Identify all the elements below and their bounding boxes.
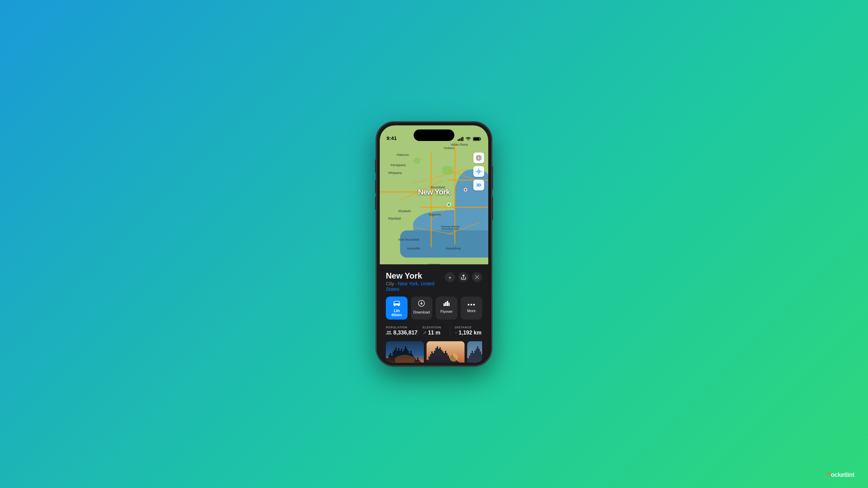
photo-2-content bbox=[427, 341, 465, 363]
elevation-value: 11 m bbox=[428, 330, 440, 336]
elevation-label: ELEVATION bbox=[422, 326, 450, 329]
scroll-indicator bbox=[428, 264, 440, 265]
svg-rect-1 bbox=[459, 139, 460, 141]
share-button[interactable] bbox=[458, 272, 469, 282]
population-label: POPULATION bbox=[386, 326, 417, 329]
status-time: 9:41 bbox=[387, 135, 397, 141]
add-button[interactable]: + bbox=[445, 272, 455, 282]
location-category: City bbox=[386, 281, 394, 286]
photo-strip bbox=[386, 341, 482, 363]
map-label-new-brunswick: New Brunswick bbox=[398, 238, 419, 241]
directions-button[interactable]: 13h 40min bbox=[386, 297, 408, 320]
more-label: More bbox=[467, 309, 476, 313]
distance-label: DISTANCE bbox=[455, 326, 482, 329]
photo-1-content bbox=[386, 341, 424, 363]
map-center-pin bbox=[464, 188, 467, 191]
photo-2[interactable] bbox=[427, 341, 465, 363]
map-label-gateway: Gateway NationalRecreation Area bbox=[441, 225, 459, 230]
dynamic-island bbox=[414, 129, 454, 141]
location-header: New York City · New York, United States … bbox=[386, 271, 482, 292]
map-label-keansburg: Keansburg bbox=[446, 247, 461, 250]
map-background: Yonkers Paterson Parsippany Whippany Eli… bbox=[380, 125, 488, 264]
location-separator: · bbox=[395, 281, 398, 286]
svg-rect-3 bbox=[462, 137, 463, 141]
svg-point-26 bbox=[473, 304, 475, 306]
photo-3-content bbox=[467, 341, 482, 363]
svg-rect-21 bbox=[445, 302, 447, 306]
svg-rect-18 bbox=[396, 302, 398, 303]
download-label: Download bbox=[413, 310, 430, 314]
map-label-parsippany: Parsippany bbox=[391, 163, 406, 167]
location-title-area: New York City · New York, United States bbox=[386, 271, 445, 292]
phone-mockup: 9:41 bbox=[376, 122, 492, 366]
elevation-stat: ELEVATION ↗ 11 m bbox=[417, 326, 450, 336]
map-area[interactable]: Yonkers Paterson Parsippany Whippany Eli… bbox=[380, 125, 488, 264]
battery-icon bbox=[473, 137, 481, 141]
location-header-actions: + bbox=[445, 272, 482, 282]
svg-rect-15 bbox=[393, 303, 400, 305]
wifi-icon bbox=[466, 137, 471, 141]
3d-button[interactable]: 3D bbox=[473, 180, 484, 190]
svg-point-27 bbox=[387, 331, 389, 333]
population-icon bbox=[386, 330, 392, 336]
watermark: Pocketlint bbox=[827, 471, 854, 479]
map-controls: 3D bbox=[473, 152, 484, 190]
svg-point-24 bbox=[468, 304, 470, 306]
population-value: 8,336,817 bbox=[393, 330, 417, 336]
stats-row: POPULATION 8,336,817 bbox=[386, 326, 482, 336]
map-label-plainfield: Plainfield bbox=[388, 217, 401, 220]
more-icon bbox=[468, 300, 475, 307]
more-button[interactable]: More bbox=[461, 297, 482, 320]
globe-button[interactable] bbox=[473, 152, 484, 163]
download-icon bbox=[418, 300, 425, 309]
population-stat: POPULATION 8,336,817 bbox=[386, 326, 417, 336]
svg-rect-20 bbox=[443, 303, 445, 306]
watermark-p: P bbox=[827, 471, 831, 478]
action-buttons-row: 13h 40min Download bbox=[386, 297, 482, 320]
car-icon bbox=[393, 300, 401, 307]
watermark-rest: ocketlint bbox=[831, 471, 854, 478]
map-city-label: New York bbox=[418, 188, 450, 197]
photo-3[interactable] bbox=[467, 341, 482, 363]
map-label-sayreville: Sayreville bbox=[407, 247, 420, 250]
svg-rect-23 bbox=[449, 303, 450, 306]
map-water-bay bbox=[400, 230, 488, 258]
map-label-yonkers: Yonkers bbox=[443, 146, 454, 150]
signal-icon bbox=[458, 137, 463, 141]
map-label-paterson: Paterson bbox=[397, 153, 409, 157]
phone-screen: 9:41 bbox=[380, 125, 488, 363]
photo-1[interactable] bbox=[386, 341, 424, 363]
svg-rect-5 bbox=[474, 138, 480, 140]
map-label-whippany: Whippany bbox=[388, 171, 402, 175]
svg-rect-0 bbox=[458, 139, 459, 141]
svg-rect-22 bbox=[447, 301, 448, 306]
download-button[interactable]: Download bbox=[411, 297, 433, 320]
flyover-button[interactable]: Flyover bbox=[436, 297, 457, 320]
svg-rect-2 bbox=[461, 138, 462, 141]
svg-point-28 bbox=[389, 331, 391, 333]
bottom-sheet: New York City · New York, United States … bbox=[380, 266, 488, 363]
map-park-2 bbox=[414, 158, 420, 164]
svg-point-12 bbox=[478, 171, 479, 172]
svg-point-25 bbox=[471, 304, 472, 306]
svg-point-36 bbox=[450, 353, 458, 362]
distance-value: 1,192 km bbox=[459, 330, 482, 336]
distance-stat: DISTANCE ↑ 1,192 km bbox=[450, 326, 482, 336]
flyover-label: Flyover bbox=[440, 309, 453, 313]
map-label-bayonne: Bayonne bbox=[429, 213, 441, 216]
location-button[interactable] bbox=[473, 166, 484, 177]
status-icons bbox=[458, 137, 481, 141]
close-button[interactable] bbox=[472, 272, 482, 282]
map-location-pin bbox=[447, 203, 451, 207]
distance-icon: ↑ bbox=[455, 330, 457, 336]
location-subtitle: City · New York, United States bbox=[386, 281, 445, 292]
map-label-elizabeth: Elizabeth bbox=[398, 209, 411, 213]
directions-time: 13h 40min bbox=[388, 309, 406, 317]
flyover-icon bbox=[443, 300, 450, 308]
elevation-icon: ↗ bbox=[422, 330, 427, 336]
location-name: New York bbox=[386, 271, 445, 280]
road-v-2 bbox=[431, 152, 432, 247]
